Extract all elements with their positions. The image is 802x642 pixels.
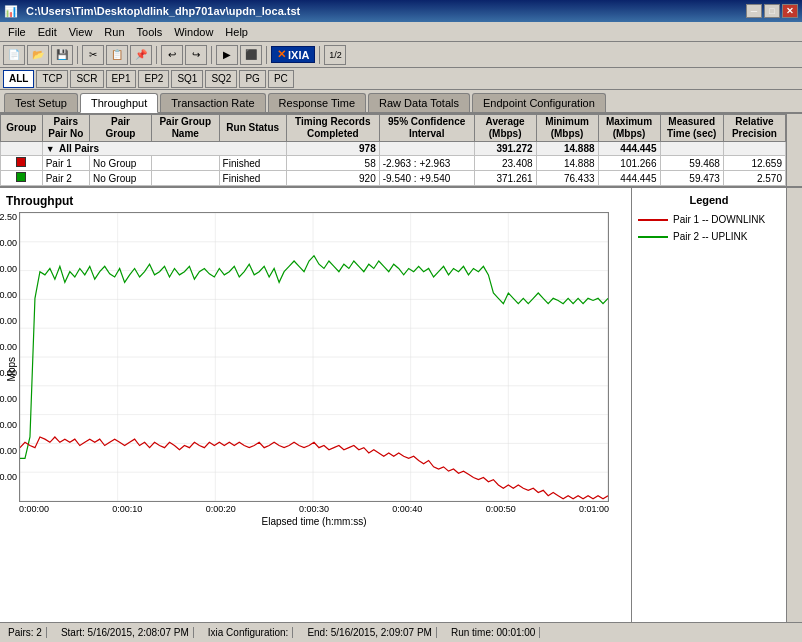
pair-1-status: Finished: [219, 156, 286, 171]
menu-help[interactable]: Help: [219, 25, 254, 39]
save-button[interactable]: 💾: [51, 45, 73, 65]
legend-item-pair2: Pair 2 -- UPLINK: [638, 231, 780, 242]
all-pairs-precision: [723, 142, 785, 156]
filter-all[interactable]: ALL: [3, 70, 34, 88]
tab-throughput[interactable]: Throughput: [80, 93, 158, 113]
chart-svg-container: [19, 212, 609, 502]
col-pair-group-name: Pair GroupName: [151, 115, 219, 142]
close-button[interactable]: ✕: [782, 4, 798, 18]
x-tick-2: 0:00:20: [206, 504, 236, 514]
x-tick-4: 0:00:40: [392, 504, 422, 514]
tab-endpoint-config[interactable]: Endpoint Configuration: [472, 93, 606, 112]
col-run-status: Run Status: [219, 115, 286, 142]
status-start: Start: 5/16/2015, 2:08:07 PM: [57, 627, 194, 638]
table-wrapper: Group PairsPair No PairGroup Pair GroupN…: [0, 114, 802, 187]
chart-scrollbar[interactable]: [786, 188, 802, 622]
all-pairs-confidence: [379, 142, 474, 156]
filter-sq1[interactable]: SQ1: [171, 70, 203, 88]
y-tick-3: 150.00: [0, 394, 17, 404]
menu-view[interactable]: View: [63, 25, 99, 39]
pair-1-timing: 58: [286, 156, 379, 171]
window-title: C:\Users\Tim\Desktop\dlink_dhp701av\updn…: [22, 5, 746, 17]
x-tick-5: 0:00:50: [486, 504, 516, 514]
status-runtime: Run time: 00:01:00: [447, 627, 541, 638]
menu-edit[interactable]: Edit: [32, 25, 63, 39]
toolbar-separator-4: [266, 46, 267, 64]
all-pairs-label: ▼ All Pairs: [42, 142, 286, 156]
cut-button[interactable]: ✂: [82, 45, 104, 65]
stop-button[interactable]: ⬛: [240, 45, 262, 65]
pair-1-confidence: -2.963 : +2.963: [379, 156, 474, 171]
col-relative-precision: RelativePrecision: [723, 115, 785, 142]
new-button[interactable]: 📄: [3, 45, 25, 65]
pair-2-precision: 2.570: [723, 171, 785, 186]
col-confidence: 95% ConfidenceInterval: [379, 115, 474, 142]
zoom-button[interactable]: 1/2: [324, 45, 346, 65]
tab-bar: Test Setup Throughput Transaction Rate R…: [0, 90, 802, 114]
menu-window[interactable]: Window: [168, 25, 219, 39]
legend-label-pair2: Pair 2 -- UPLINK: [673, 231, 747, 242]
minimize-button[interactable]: ─: [746, 4, 762, 18]
main-content: Group PairsPair No PairGroup Pair GroupN…: [0, 114, 802, 622]
ixia-logo-text: IXIA: [288, 49, 309, 61]
menu-file[interactable]: File: [2, 25, 32, 39]
pair-1-no: Pair 1: [42, 156, 89, 171]
open-button[interactable]: 📂: [27, 45, 49, 65]
toolbar-separator-3: [211, 46, 212, 64]
all-pairs-timing: 978: [286, 142, 379, 156]
pair1-line: [20, 437, 608, 499]
copy-button[interactable]: 📋: [106, 45, 128, 65]
y-tick-1: 50.00: [0, 446, 17, 456]
pair-2-measured: 59.473: [660, 171, 723, 186]
legend-item-pair1: Pair 1 -- DOWNLINK: [638, 214, 780, 225]
run-button[interactable]: ▶: [216, 45, 238, 65]
all-pairs-group-col: [1, 142, 43, 156]
filter-scr[interactable]: SCR: [70, 70, 103, 88]
legend-title: Legend: [638, 194, 780, 206]
y-tick-4: 200.00: [0, 368, 17, 378]
legend-line-red: [638, 219, 668, 221]
tab-response-time[interactable]: Response Time: [268, 93, 366, 112]
x-tick-0: 0:00:00: [19, 504, 49, 514]
redo-button[interactable]: ↪: [185, 45, 207, 65]
filter-pc[interactable]: PC: [268, 70, 294, 88]
app-icon: 📊: [4, 5, 18, 18]
table-scrollbar[interactable]: [786, 114, 802, 186]
col-minimum: Minimum(Mbps): [536, 115, 598, 142]
pair-2-confidence: -9.540 : +9.540: [379, 171, 474, 186]
pair-2-minimum: 76.433: [536, 171, 598, 186]
toolbar-separator-2: [156, 46, 157, 64]
filter-pg[interactable]: PG: [239, 70, 265, 88]
col-pair-group: PairGroup: [90, 115, 152, 142]
y-tick-8: 400.00: [0, 264, 17, 274]
maximize-button[interactable]: □: [764, 4, 780, 18]
menu-tools[interactable]: Tools: [131, 25, 169, 39]
menu-run[interactable]: Run: [98, 25, 130, 39]
pair-1-minimum: 14.888: [536, 156, 598, 171]
pair-1-group: No Group: [90, 156, 152, 171]
col-maximum: Maximum(Mbps): [598, 115, 660, 142]
filter-tcp[interactable]: TCP: [36, 70, 68, 88]
pair-2-average: 371.261: [474, 171, 536, 186]
tab-test-setup[interactable]: Test Setup: [4, 93, 78, 112]
filter-sq2[interactable]: SQ2: [205, 70, 237, 88]
expand-icon[interactable]: ▼: [46, 144, 55, 154]
ixia-logo: ✕ IXIA: [271, 46, 315, 63]
x-tick-6: 0:01:00: [579, 504, 609, 514]
menu-bar: File Edit View Run Tools Window Help: [0, 22, 802, 42]
paste-button[interactable]: 📌: [130, 45, 152, 65]
undo-button[interactable]: ↩: [161, 45, 183, 65]
filter-ep2[interactable]: EP2: [138, 70, 169, 88]
tab-raw-data[interactable]: Raw Data Totals: [368, 93, 470, 112]
status-ixia: Ixia Configuration:: [204, 627, 294, 638]
toolbar: 📄 📂 💾 ✂ 📋 📌 ↩ ↪ ▶ ⬛ ✕ IXIA 1/2: [0, 42, 802, 68]
y-tick-5: 250.00: [0, 342, 17, 352]
pair-1-group-col: [1, 156, 43, 171]
tab-transaction-rate[interactable]: Transaction Rate: [160, 93, 265, 112]
y-tick-7: 350.00: [0, 290, 17, 300]
col-average: Average(Mbps): [474, 115, 536, 142]
legend-panel: Legend Pair 1 -- DOWNLINK Pair 2 -- UPLI…: [631, 188, 786, 622]
filter-ep1[interactable]: EP1: [106, 70, 137, 88]
pair-1-color-icon: [16, 157, 26, 167]
title-bar: 📊 C:\Users\Tim\Desktop\dlink_dhp701av\up…: [0, 0, 802, 22]
